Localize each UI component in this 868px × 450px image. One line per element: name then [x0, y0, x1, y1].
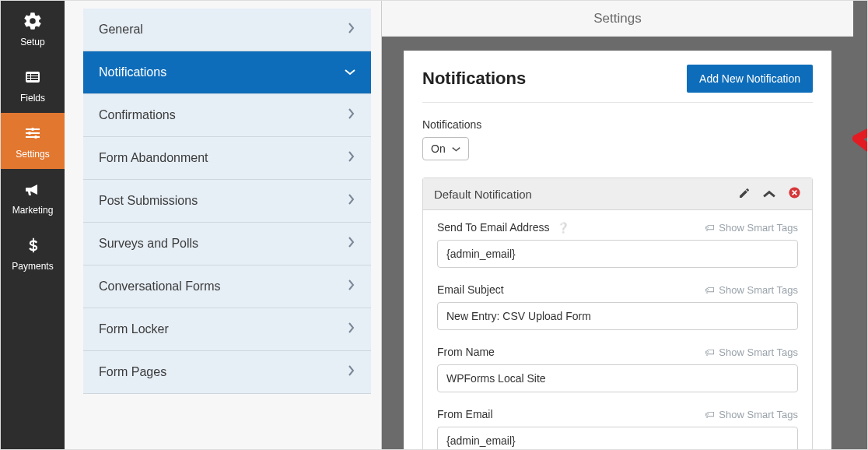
tag-icon: 🏷: [705, 222, 715, 234]
tag-icon: 🏷: [705, 346, 715, 358]
svg-point-7: [31, 128, 34, 131]
show-smart-tags-link[interactable]: 🏷 Show Smart Tags: [705, 284, 798, 296]
from-name-input[interactable]: [437, 364, 798, 392]
submenu-item-notifications[interactable]: Notifications: [83, 51, 371, 94]
notification-panel: Default Notification: [422, 178, 813, 449]
rail-item-label: Setup: [20, 37, 44, 47]
rail-item-settings[interactable]: Settings: [1, 113, 65, 169]
svg-rect-4: [31, 74, 38, 76]
chevron-right-icon: [348, 151, 355, 165]
rail-item-label: Settings: [16, 149, 49, 160]
field-label-from-email: From Email: [437, 408, 493, 420]
chevron-right-icon: [348, 322, 355, 336]
submenu-item-confirmations[interactable]: Confirmations: [83, 94, 371, 137]
svg-rect-3: [27, 79, 30, 80]
rail-item-payments[interactable]: Payments: [1, 225, 65, 281]
svg-point-8: [28, 132, 31, 135]
page-header: Settings: [382, 1, 853, 37]
submenu-item-label: General: [99, 23, 143, 37]
submenu-item-label: Conversational Forms: [99, 279, 221, 294]
bullhorn-icon: [22, 178, 44, 200]
panel-title: Default Notification: [434, 188, 532, 201]
submenu-item-form-pages[interactable]: Form Pages: [83, 351, 371, 394]
field-label-email-subject: Email Subject: [437, 283, 504, 296]
svg-rect-5: [31, 76, 38, 78]
submenu-item-form-abandonment[interactable]: Form Abandonment: [83, 137, 371, 180]
chevron-right-icon: [348, 108, 355, 122]
from-email-input[interactable]: [437, 427, 798, 449]
rail-item-marketing[interactable]: Marketing: [1, 169, 65, 225]
submenu-item-label: Notifications: [99, 65, 166, 79]
svg-rect-1: [27, 74, 30, 76]
notifications-toggle-dropdown[interactable]: On: [422, 137, 469, 160]
submenu-item-label: Surveys and Polls: [99, 237, 198, 251]
settings-submenu-panel: General Notifications Confirmations Form…: [65, 1, 382, 449]
sliders-icon: [22, 122, 44, 144]
add-notification-button[interactable]: Add New Notification: [687, 65, 813, 93]
submenu-item-form-locker[interactable]: Form Locker: [83, 308, 371, 351]
field-label-from-name: From Name: [437, 346, 495, 358]
section-title: Notifications: [422, 69, 526, 89]
rail-item-label: Fields: [20, 93, 45, 104]
chevron-right-icon: [348, 237, 355, 251]
list-icon: [22, 66, 44, 88]
edit-icon[interactable]: [738, 187, 751, 202]
submenu-item-general[interactable]: General: [83, 9, 371, 51]
svg-point-9: [34, 135, 37, 139]
collapse-icon[interactable]: [763, 188, 775, 201]
rail-item-setup[interactable]: Setup: [1, 1, 65, 57]
chevron-right-icon: [348, 23, 355, 37]
chevron-down-icon: [345, 65, 355, 79]
dollar-icon: [22, 234, 44, 256]
page-title: Settings: [593, 11, 641, 26]
right-edge-bar: [853, 1, 867, 449]
submenu-item-surveys-polls[interactable]: Surveys and Polls: [83, 223, 371, 265]
help-icon[interactable]: ❔: [557, 222, 569, 234]
submenu-item-label: Form Pages: [99, 365, 166, 379]
chevron-right-icon: [348, 279, 355, 294]
chevron-right-icon: [348, 365, 355, 379]
gear-icon: [22, 10, 44, 32]
notifications-toggle-label: Notifications: [422, 118, 813, 131]
submenu-item-label: Post Submissions: [99, 194, 198, 208]
dropdown-value: On: [431, 142, 446, 155]
delete-icon[interactable]: [788, 186, 801, 202]
submenu-item-label: Form Locker: [99, 322, 169, 336]
tag-icon: 🏷: [705, 284, 715, 296]
settings-content-panel: Settings Notifications Add New Notificat…: [382, 1, 853, 449]
show-smart-tags-link[interactable]: 🏷 Show Smart Tags: [705, 222, 798, 234]
submenu-item-conversational-forms[interactable]: Conversational Forms: [83, 265, 371, 308]
show-smart-tags-link[interactable]: 🏷 Show Smart Tags: [705, 346, 798, 358]
field-label-send-to: Send To Email Address: [437, 221, 550, 234]
rail-item-label: Payments: [12, 261, 53, 272]
send-to-email-input[interactable]: [437, 240, 798, 268]
tag-icon: 🏷: [705, 409, 715, 420]
svg-rect-6: [31, 79, 38, 80]
left-nav-rail: Setup Fields Settings Marketing Payments: [1, 1, 65, 449]
submenu-item-label: Confirmations: [99, 108, 176, 122]
rail-item-fields[interactable]: Fields: [1, 57, 65, 113]
rail-item-label: Marketing: [12, 205, 54, 216]
submenu-item-post-submissions[interactable]: Post Submissions: [83, 180, 371, 223]
chevron-down-icon: [452, 142, 460, 155]
chevron-right-icon: [348, 194, 355, 208]
svg-rect-2: [27, 76, 30, 78]
email-subject-input[interactable]: [437, 302, 798, 330]
show-smart-tags-link[interactable]: 🏷 Show Smart Tags: [705, 409, 798, 420]
submenu-item-label: Form Abandonment: [99, 151, 208, 165]
